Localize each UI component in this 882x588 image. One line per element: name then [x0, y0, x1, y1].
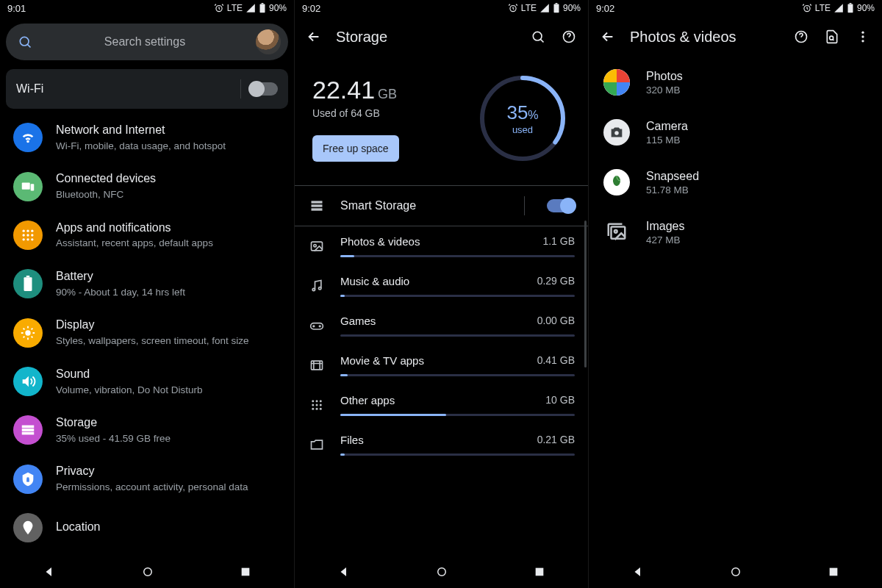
search-icon — [16, 33, 34, 51]
sound-icon — [13, 367, 43, 396]
settings-item-battery[interactable]: Battery 90% - About 1 day, 14 hrs left — [0, 259, 294, 308]
app-item[interactable]: Snapseed 51.78 MB — [589, 157, 882, 207]
app-size: 427 MB — [646, 234, 684, 245]
settings-item-subtitle: 35% used - 41.59 GB free — [56, 432, 171, 445]
nav-home[interactable] — [435, 565, 448, 578]
svg-rect-1 — [259, 4, 265, 12]
gphotos-icon — [602, 68, 631, 97]
photos-header: Photos & videos — [589, 16, 882, 57]
wifi-icon — [13, 123, 43, 152]
settings-item-location[interactable]: Location — [0, 503, 294, 552]
settings-item-title: Apps and notifications — [56, 220, 213, 236]
settings-item-privacy[interactable]: Privacy Permissions, account activity, p… — [0, 454, 294, 503]
nav-back[interactable] — [337, 565, 351, 578]
settings-item-title: Connected devices — [56, 171, 156, 187]
category-name: Photos & videos — [340, 235, 420, 248]
svg-point-50 — [316, 408, 318, 410]
settings-item-display[interactable]: Display Styles, wallpapers, screen timeo… — [0, 308, 294, 356]
photos-app-list: Photos 320 MB Camera 115 MB Snapseed 51.… — [589, 57, 882, 257]
settings-item-wifi[interactable]: Network and Internet Wi-Fi, mobile, data… — [0, 113, 294, 162]
storage-icon — [13, 415, 43, 445]
svg-point-48 — [320, 404, 322, 406]
nav-home[interactable] — [141, 565, 154, 578]
smart-storage-row[interactable]: Smart Storage — [295, 186, 588, 226]
back-button[interactable] — [305, 28, 323, 46]
storage-category-row[interactable]: Music & audio0.29 GB — [295, 266, 588, 306]
category-name: Movie & TV apps — [340, 354, 424, 367]
svg-rect-32 — [312, 201, 323, 203]
help-button[interactable] — [560, 28, 578, 46]
privacy-icon — [13, 465, 43, 494]
nav-recent[interactable] — [240, 566, 251, 578]
nav-home[interactable] — [729, 565, 742, 578]
svg-point-52 — [438, 568, 446, 576]
settings-item-devices[interactable]: Connected devices Bluetooth, NFC — [0, 162, 294, 210]
storage-category-row[interactable]: Other apps10 GB — [295, 385, 588, 425]
app-item[interactable]: Images 427 MB — [589, 207, 882, 257]
wifi-toggle[interactable] — [250, 82, 278, 96]
smart-storage-toggle[interactable] — [547, 199, 575, 212]
storage-panel: 9:02 LTE 90% Storage 22.41GB Used of 64 … — [294, 0, 588, 588]
app-item[interactable]: Photos 320 MB — [589, 57, 882, 107]
settings-item-subtitle: 90% - About 1 day, 14 hrs left — [56, 286, 185, 299]
help-button[interactable] — [792, 28, 810, 46]
svg-point-62 — [614, 131, 619, 135]
app-title: Images — [646, 220, 684, 233]
free-up-space-button[interactable]: Free up space — [312, 135, 399, 162]
category-icon — [308, 318, 326, 333]
svg-point-14 — [31, 238, 33, 240]
storage-category-row[interactable]: Photos & videos1.1 GB — [295, 226, 588, 266]
settings-item-title: Storage — [56, 415, 171, 431]
settings-panel: 9:01 LTE 90% Search settings Wi-Fi — [0, 0, 294, 588]
nav-recent[interactable] — [828, 566, 839, 578]
svg-rect-24 — [242, 568, 250, 576]
settings-item-apps[interactable]: Apps and notifications Assistant, recent… — [0, 211, 294, 259]
nav-bar — [0, 556, 294, 588]
svg-point-49 — [312, 408, 314, 410]
svg-rect-34 — [312, 208, 323, 210]
nav-back[interactable] — [631, 565, 645, 578]
display-icon — [13, 318, 43, 348]
avatar[interactable] — [256, 29, 281, 54]
settings-item-sound[interactable]: Sound Volume, vibration, Do Not Disturb — [0, 357, 294, 406]
svg-rect-20 — [22, 432, 35, 435]
app-title: Photos — [646, 70, 683, 83]
svg-point-11 — [31, 234, 33, 236]
svg-point-17 — [25, 330, 30, 335]
svg-point-8 — [31, 229, 33, 232]
storage-category-row[interactable]: Files0.21 GB — [295, 425, 588, 465]
nav-back[interactable] — [43, 565, 56, 578]
nav-bar — [589, 556, 882, 588]
settings-item-storage[interactable]: Storage 35% used - 41.59 GB free — [0, 406, 294, 454]
separator — [240, 79, 241, 98]
search-settings[interactable]: Search settings — [6, 24, 288, 60]
settings-item-subtitle: Wi-Fi, mobile, data usage, and hotspot — [56, 140, 226, 153]
search-button[interactable] — [529, 28, 547, 46]
storage-category-row[interactable]: Games0.00 GB — [295, 306, 588, 345]
signal-icon — [833, 3, 844, 13]
images-icon — [602, 218, 631, 247]
svg-point-45 — [320, 400, 322, 402]
svg-rect-42 — [312, 361, 323, 370]
storage-category-row[interactable]: Movie & TV apps0.41 GB — [295, 345, 588, 385]
category-name: Other apps — [340, 394, 395, 406]
app-item[interactable]: Camera 115 MB — [589, 107, 882, 157]
nav-recent[interactable] — [534, 566, 545, 578]
settings-item-subtitle: Assistant, recent apps, default apps — [56, 237, 213, 250]
category-icon — [308, 398, 326, 412]
storage-used-of: Used of 64 GB — [312, 107, 460, 119]
signal-icon — [539, 3, 550, 13]
overflow-button[interactable] — [854, 28, 872, 46]
svg-point-10 — [26, 234, 29, 236]
svg-point-64 — [614, 230, 617, 233]
find-in-page-button[interactable] — [823, 28, 841, 46]
category-bar — [340, 414, 575, 416]
svg-point-6 — [23, 229, 25, 232]
back-button[interactable] — [599, 28, 617, 46]
settings-item-title: Display — [56, 318, 249, 333]
settings-item-subtitle: Styles, wallpapers, screen timeout, font… — [56, 334, 249, 348]
wifi-quick-toggle-row[interactable]: Wi-Fi — [6, 69, 288, 109]
svg-rect-22 — [26, 479, 29, 482]
scrollbar[interactable] — [584, 220, 587, 368]
svg-point-43 — [312, 400, 314, 402]
